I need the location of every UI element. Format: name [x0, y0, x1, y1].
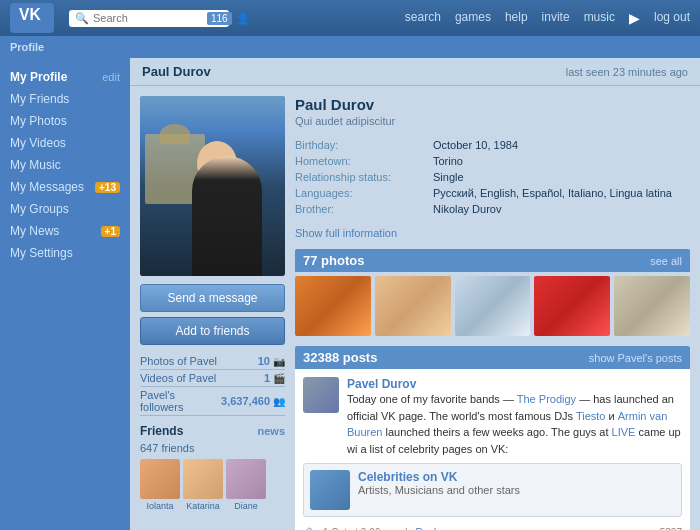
- friends-news-link[interactable]: news: [257, 425, 285, 437]
- languages-label: Languages:: [295, 187, 425, 199]
- sidebar-item-my-settings[interactable]: My Settings: [0, 242, 130, 264]
- friends-header: Friends news: [140, 424, 285, 438]
- brother-value: Nikolay Durov: [433, 203, 501, 215]
- sidebar-item-my-friends[interactable]: My Friends: [0, 88, 130, 110]
- followers-label: Pavel's followers: [140, 389, 221, 413]
- photos-value: 10 📷: [258, 355, 285, 367]
- posts-section-title: 32388 posts: [303, 350, 377, 365]
- sidebar-item-my-music[interactable]: My Music: [0, 154, 130, 176]
- nav-help[interactable]: help: [505, 10, 528, 26]
- languages-value: Русский, English, Español, Italiano, Lin…: [433, 187, 672, 199]
- top-nav-links: search games help invite music ▶ log out: [249, 10, 690, 26]
- friend-diane-photo: [226, 459, 266, 499]
- profile-header: Paul Durov last seen 23 minutes ago: [130, 58, 700, 86]
- nav-search[interactable]: search: [405, 10, 441, 26]
- live-link[interactable]: LIVE: [612, 426, 636, 438]
- nav-games[interactable]: games: [455, 10, 491, 26]
- photo-thumb-5[interactable]: [614, 276, 690, 336]
- nav-invite[interactable]: invite: [542, 10, 570, 26]
- friends-grid: Iolanta Katarina Diane: [140, 459, 285, 511]
- photo-thumb-3[interactable]: [455, 276, 531, 336]
- profile-header-name: Paul Durov: [142, 64, 211, 79]
- friend-iolanta-name: Iolanta: [140, 501, 180, 511]
- relationship-label: Relationship status:: [295, 171, 425, 183]
- vk-logo[interactable]: VK: [10, 3, 54, 33]
- sidebar-edit-link[interactable]: edit: [102, 71, 120, 83]
- photos-see-all-link[interactable]: see all: [650, 255, 682, 267]
- page-icon: [310, 470, 350, 510]
- stat-followers: Pavel's followers 3,637,460 👥: [140, 387, 285, 416]
- post-page-preview[interactable]: Celebrities on VK Artists, Musicians and…: [303, 463, 682, 517]
- profile-fullname: Paul Durov: [295, 96, 690, 113]
- sidebar-item-my-groups[interactable]: My Groups: [0, 198, 130, 220]
- svg-text:VK: VK: [19, 6, 41, 23]
- search-badge: 116: [207, 12, 232, 25]
- search-input[interactable]: [93, 12, 203, 24]
- sidebar-item-my-photos[interactable]: My Photos: [0, 110, 130, 132]
- videos-label: Videos of Pavel: [140, 372, 216, 384]
- brother-label: Brother:: [295, 203, 425, 215]
- post-author-name[interactable]: Pavel Durov: [347, 377, 682, 391]
- show-posts-link[interactable]: show Pavel's posts: [589, 352, 682, 364]
- sidebar-item-my-messages[interactable]: My Messages +13: [0, 176, 130, 198]
- page-subtitle: Artists, Musicians and other stars: [358, 484, 675, 496]
- photos-grid: [295, 276, 690, 336]
- friend-iolanta[interactable]: Iolanta: [140, 459, 180, 511]
- photo-person: [192, 156, 262, 276]
- friend-katarina-photo: [183, 459, 223, 499]
- profile-photo: [140, 96, 285, 276]
- sidebar-item-my-profile[interactable]: My Profile: [10, 70, 67, 84]
- sidebar-item-my-profile-row: My Profile edit: [0, 66, 130, 88]
- friend-katarina-name: Katarina: [183, 501, 223, 511]
- photos-label: Photos of Pavel: [140, 355, 217, 367]
- photo-dome: [160, 124, 190, 144]
- videos-count: 1: [264, 372, 270, 384]
- person-icon: 👤: [236, 12, 250, 25]
- add-to-friends-button[interactable]: Add to friends: [140, 317, 285, 345]
- photo-thumb-4[interactable]: [534, 276, 610, 336]
- friend-diane[interactable]: Diane: [226, 459, 266, 511]
- play-icon[interactable]: ▶: [629, 10, 640, 26]
- info-hometown: Hometown: Torino: [295, 153, 690, 169]
- followers-value: 3,637,460 👥: [221, 395, 285, 407]
- subbar-tab-profile[interactable]: Profile: [10, 41, 44, 53]
- photos-section-title: 77 photos: [303, 253, 364, 268]
- show-full-info-link[interactable]: Show full information: [295, 227, 690, 239]
- birthday-value: October 10, 1984: [433, 139, 518, 151]
- profile-tagline: Qui audet adipiscitur: [295, 115, 690, 127]
- post-item: Pavel Durov Today one of my favorite ban…: [295, 369, 690, 530]
- photos-count: 10: [258, 355, 270, 367]
- info-brother: Brother: Nikolay Durov: [295, 201, 690, 217]
- post-header: Pavel Durov Today one of my favorite ban…: [303, 377, 682, 457]
- nav-logout[interactable]: log out: [654, 10, 690, 26]
- messages-badge: +13: [95, 182, 120, 193]
- profile-right-column: Paul Durov Qui audet adipiscitur Birthda…: [295, 96, 690, 530]
- main-layout: My Profile edit My Friends My Photos My …: [0, 58, 700, 530]
- friends-count: 647 friends: [140, 442, 285, 454]
- followers-icon: 👥: [273, 396, 285, 407]
- videos-value: 1 🎬: [264, 372, 285, 384]
- content-area: Paul Durov last seen 23 minutes ago Send…: [130, 58, 700, 530]
- nav-music[interactable]: music: [584, 10, 615, 26]
- info-birthday: Birthday: October 10, 1984: [295, 137, 690, 153]
- photos-section-header: 77 photos see all: [295, 249, 690, 272]
- profile-info-table: Birthday: October 10, 1984 Hometown: Tor…: [295, 137, 690, 217]
- friend-katarina[interactable]: Katarina: [183, 459, 223, 511]
- tiesto-link[interactable]: Tiesto: [576, 410, 606, 422]
- friend-diane-name: Diane: [226, 501, 266, 511]
- sub-navigation-bar: Profile: [0, 36, 700, 58]
- info-relationship: Relationship status: Single: [295, 169, 690, 185]
- photo-thumb-2[interactable]: [375, 276, 451, 336]
- sidebar-item-my-videos[interactable]: My Videos: [0, 132, 130, 154]
- last-seen-text: last seen 23 minutes ago: [566, 66, 688, 78]
- posts-section: 32388 posts show Pavel's posts Pavel Dur…: [295, 346, 690, 530]
- page-title[interactable]: Celebrities on VK: [358, 470, 675, 484]
- photo-thumb-1[interactable]: [295, 276, 371, 336]
- camera-icon: 📷: [273, 356, 285, 367]
- hometown-label: Hometown:: [295, 155, 425, 167]
- send-message-button[interactable]: Send a message: [140, 284, 285, 312]
- post-meta: Pavel Durov Today one of my favorite ban…: [347, 377, 682, 457]
- sidebar-item-my-news[interactable]: My News +1: [0, 220, 130, 242]
- photos-section: 77 photos see all: [295, 249, 690, 336]
- prodigy-link[interactable]: The Prodigy: [517, 393, 576, 405]
